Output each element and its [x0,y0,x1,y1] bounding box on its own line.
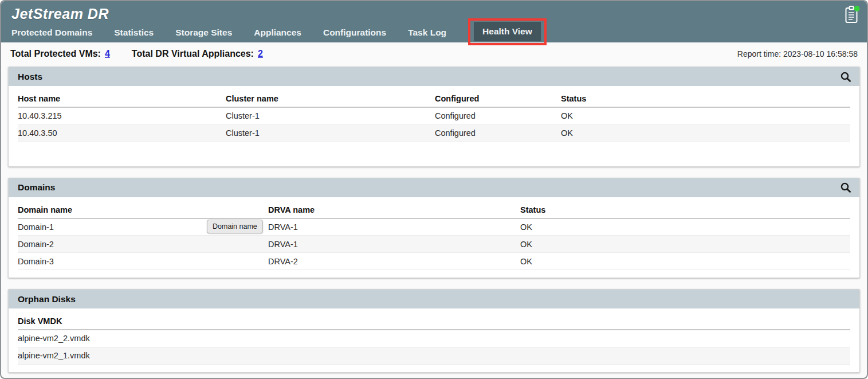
table-row: alpine-vm2_2.vmdk [18,330,850,347]
cell: OK [520,253,850,270]
tab-protected-domains[interactable]: Protected Domains [11,23,92,42]
stat-label: Total Protected VMs: [10,49,101,58]
stat-total-dr-appliances: Total DR Virtual Appliances:2 [132,49,263,59]
cell: 10.40.3.50 [18,124,226,142]
table-row: Domain-1DRVA-1OK [18,218,850,236]
tab-statistics[interactable]: Statistics [114,23,154,42]
cell: Configured [435,107,561,124]
card-empty-space [9,365,859,372]
domains-table: Domain nameDRVA nameStatusDomain-1DRVA-1… [18,201,850,271]
domains-section: Domains Domain nameDRVA nameStatusDomain… [8,178,860,279]
table-row: 10.40.3.50Cluster-1ConfiguredOK [18,124,850,142]
tab-health-view[interactable]: Health View [474,22,541,41]
stat-label: Total DR Virtual Appliances: [132,49,254,58]
cell: OK [520,236,850,253]
tab-configurations[interactable]: Configurations [323,23,386,42]
tab-task-log[interactable]: Task Log [408,23,446,42]
column-header: DRVA name [268,201,520,218]
tab-storage-sites[interactable]: Storage Sites [175,23,232,42]
cell: DRVA-1 [268,218,520,236]
report-time: Report time: 2023-08-10 16:58:58 [737,49,858,58]
section-title: Hosts [18,72,42,82]
column-tooltip: Domain name [207,220,263,233]
column-header: Cluster name [226,89,435,107]
app-header: JetStream DR Protected DomainsStatistics… [1,1,867,42]
cell: Domain-2 [18,236,268,253]
cell: OK [520,218,850,236]
report-clipboard-icon[interactable] [844,5,860,25]
total-dr-appliances-link[interactable]: 2 [258,49,263,58]
domains-section-header: Domains [9,178,859,197]
table-header-row: Domain nameDRVA nameStatus [18,201,850,218]
card-empty-space [9,142,859,166]
column-header: Disk VMDK [18,312,850,330]
cell: alpine-vm2_1.vmdk [18,347,850,364]
orphan-disks-section: Orphan Disks Disk VMDKalpine-vm2_2.vmdka… [8,289,860,373]
table-header-row: Host nameCluster nameConfiguredStatus [18,89,850,107]
column-header: Domain name [18,201,268,218]
table-row: Domain-2DRVA-1OK [18,236,850,253]
table-header-row: Disk VMDK [18,312,850,330]
tab-appliances[interactable]: Appliances [254,23,301,42]
cell: alpine-vm2_2.vmdk [18,330,850,347]
cell: Domain-3 [18,253,268,270]
search-icon[interactable] [840,182,851,193]
status-dot-green [854,6,860,11]
stat-total-protected-vms: Total Protected VMs:4 [10,49,110,59]
total-protected-vms-link[interactable]: 4 [105,49,110,58]
app-window: JetStream DR Protected DomainsStatistics… [0,0,868,379]
annotation-highlight-box: Health View [468,18,547,45]
column-header: Host name [18,89,226,107]
cell: OK [561,107,850,124]
cell: OK [561,124,850,142]
cell: Configured [435,124,561,142]
cell: DRVA-2 [268,253,520,270]
hosts-table: Host nameCluster nameConfiguredStatus10.… [18,89,850,142]
column-header: Status [520,201,850,218]
column-header: Status [561,89,850,107]
table-row: Domain-3DRVA-2OK [18,253,850,270]
cell: Cluster-1 [226,107,435,124]
card-empty-space [9,270,859,278]
summary-bar: Total Protected VMs:4 Total DR Virtual A… [1,42,867,65]
cell: Cluster-1 [226,124,435,142]
section-title: Orphan Disks [18,294,76,304]
nav-tabs: Protected DomainsStatisticsStorage Sites… [11,18,547,42]
hosts-section: Hosts Host nameCluster nameConfiguredSta… [8,67,860,167]
search-icon[interactable] [840,71,851,83]
section-title: Domains [18,182,55,193]
hosts-section-header: Hosts [9,67,859,86]
cell: DRVA-1 [268,236,520,253]
main-content: Hosts Host nameCluster nameConfiguredSta… [1,65,867,373]
cell: 10.40.3.215 [18,107,226,124]
table-row: 10.40.3.215Cluster-1ConfiguredOK [18,107,850,124]
column-header: Configured [435,89,561,107]
table-row: alpine-vm2_1.vmdk [18,347,850,364]
orphan-disks-section-header: Orphan Disks [9,290,859,308]
orphan-disks-table: Disk VMDKalpine-vm2_2.vmdkalpine-vm2_1.v… [18,312,850,365]
